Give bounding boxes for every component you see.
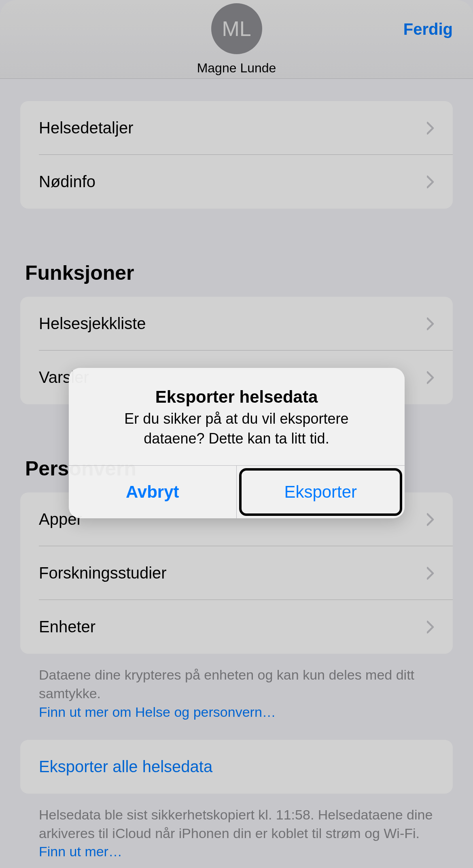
alert-message: Er du sikker på at du vil eksportere dat… — [93, 409, 380, 448]
export-alert: Eksporter helsedata Er du sikker på at d… — [69, 368, 405, 518]
alert-title: Eksporter helsedata — [93, 387, 380, 407]
button-label: Eksporter — [284, 482, 357, 502]
cancel-button[interactable]: Avbryt — [69, 466, 237, 518]
alert-content: Eksporter helsedata Er du sikker på at d… — [69, 368, 405, 465]
alert-buttons: Avbryt Eksporter — [69, 465, 405, 518]
export-button[interactable]: Eksporter — [237, 466, 405, 518]
button-label: Avbryt — [126, 482, 179, 502]
